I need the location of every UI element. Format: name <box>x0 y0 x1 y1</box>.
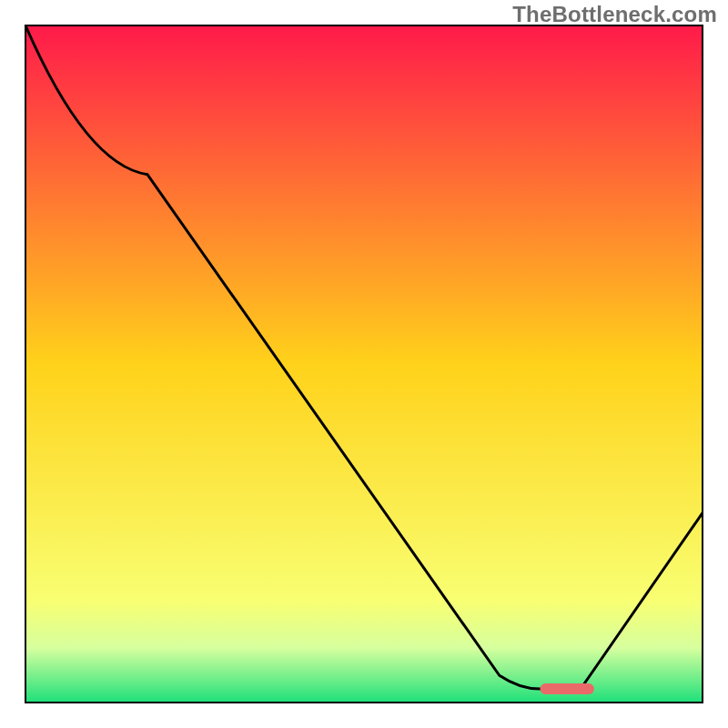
bottleneck-plot <box>0 0 728 728</box>
chart-container: TheBottleneck.com <box>0 0 728 728</box>
watermark-text: TheBottleneck.com <box>512 2 717 27</box>
plot-area <box>25 25 703 703</box>
optimal-marker <box>540 683 594 694</box>
